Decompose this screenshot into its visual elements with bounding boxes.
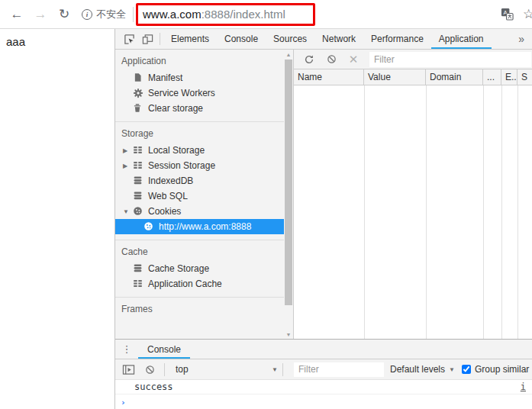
cookies-pane: ✕ NameValueDomain...E...S — [294, 50, 532, 339]
forward-icon: → — [31, 5, 50, 24]
section-title: Frames — [115, 298, 284, 318]
log-levels-dropdown[interactable]: Default levels ▼ — [390, 364, 455, 375]
cookies-toolbar: ✕ — [294, 50, 532, 69]
device-toolbar-icon[interactable] — [138, 29, 156, 49]
cookie-icon — [133, 206, 143, 217]
sidebar-item-cache-storage[interactable]: Cache Storage — [115, 261, 284, 276]
sidebar-item-service-workers[interactable]: Service Workers — [115, 85, 284, 101]
security-chip[interactable]: i 不安全 — [82, 8, 126, 21]
scroll-up-icon[interactable]: ▲ — [284, 50, 293, 59]
sidebar-item-label: Application Cache — [148, 279, 222, 289]
tab-console[interactable]: Console — [217, 29, 266, 49]
sidebar-item-manifest[interactable]: Manifest — [115, 70, 284, 85]
toolbar-divider — [282, 363, 283, 376]
sidebar-item-application-cache[interactable]: Application Cache — [115, 276, 284, 291]
back-icon[interactable]: ← — [8, 5, 26, 24]
context-selector[interactable]: top ▼ — [169, 364, 282, 375]
application-panel: ApplicationManifestService WorkersClear … — [115, 50, 532, 339]
clear-cookies-icon[interactable] — [325, 53, 337, 66]
sidebar-item-indexeddb[interactable]: IndexedDB — [115, 173, 284, 188]
tab-sources[interactable]: Sources — [266, 29, 314, 49]
tab-performance[interactable]: Performance — [363, 29, 431, 49]
console-drawer: ⋮ Console — [115, 339, 532, 409]
sidebar-item-label: Manifest — [148, 72, 182, 83]
expanded-arrow-icon[interactable]: ▼ — [123, 208, 133, 215]
scrollbar-thumb[interactable] — [285, 60, 292, 305]
console-toolbar: top ▼ Default levels ▼ Group similar — [115, 359, 532, 380]
cookies-filter-input[interactable] — [369, 52, 531, 67]
info-icon: i — [82, 9, 92, 20]
column-header-s[interactable]: S — [517, 69, 532, 85]
cookies-table-body[interactable] — [294, 85, 532, 339]
sidebar-item-session-storage[interactable]: ▶Session Storage — [115, 158, 284, 173]
cookie-icon — [143, 221, 154, 232]
scroll-down-icon[interactable]: ▼ — [284, 330, 293, 339]
browser-window: ← → ↻ i 不安全 www.a.com:8888/index.html A … — [0, 0, 532, 409]
tab-network[interactable]: Network — [314, 29, 363, 49]
sidebar-item-http-www-a-com-8888[interactable]: http://www.a.com:8888 — [115, 219, 284, 234]
tab-elements[interactable]: Elements — [163, 29, 217, 49]
column-header-e[interactable]: E... — [501, 69, 517, 85]
table-icon — [133, 160, 143, 171]
security-label: 不安全 — [96, 8, 126, 21]
console-message: success i — [115, 380, 532, 395]
log-levels-label: Default levels — [390, 364, 445, 375]
column-divider — [426, 85, 427, 339]
collapsed-arrow-icon[interactable]: ▶ — [123, 163, 133, 169]
delete-selected-icon: ✕ — [347, 53, 360, 66]
tabbar-divider — [160, 33, 160, 45]
refresh-icon[interactable] — [303, 53, 315, 66]
column-header-name[interactable]: Name — [294, 69, 364, 85]
section-title: Cache — [115, 240, 284, 261]
bookmark-star-icon[interactable]: ☆ — [523, 6, 532, 22]
section-cache: CacheCache StorageApplication Cache — [115, 240, 284, 298]
address-bar[interactable]: www.a.com:8888/index.html — [136, 3, 315, 26]
column-divider — [364, 85, 365, 339]
page-text: aaa — [6, 35, 25, 48]
clear-console-icon[interactable] — [143, 363, 156, 375]
overflow-menu-icon[interactable]: ⋮ — [115, 340, 138, 359]
sidebar-item-web-sql[interactable]: Web SQL — [115, 188, 284, 204]
sidebar-item-cookies[interactable]: ▼Cookies — [115, 204, 284, 219]
sidebar-item-local-storage[interactable]: ▶Local Storage — [115, 143, 284, 158]
section-application: ApplicationManifestService WorkersClear … — [115, 50, 284, 122]
tab-application[interactable]: Application — [431, 29, 492, 49]
table-icon — [133, 279, 143, 289]
inspect-element-icon[interactable] — [120, 29, 138, 49]
sidebar-item-clear-storage[interactable]: Clear storage — [115, 101, 284, 116]
group-similar-toggle[interactable]: Group similar — [462, 364, 529, 375]
console-prompt[interactable]: › — [115, 395, 532, 409]
file-icon — [133, 72, 143, 83]
devtools-tabbar: ElementsConsoleSourcesNetworkPerformance… — [115, 29, 532, 50]
devtools-panel: ElementsConsoleSourcesNetworkPerformance… — [114, 29, 532, 409]
translate-icon[interactable]: A — [501, 8, 514, 21]
sidebar-item-label: Clear storage — [148, 103, 203, 114]
section-storage: Storage▶Local Storage▶Session StorageInd… — [115, 122, 284, 240]
section-frames: Frames — [115, 298, 284, 324]
tab-console-drawer[interactable]: Console — [138, 340, 190, 359]
group-similar-label: Group similar — [475, 364, 529, 375]
sidebar-item-label: Session Storage — [148, 160, 215, 171]
chevron-down-icon: ▼ — [449, 366, 455, 373]
more-tabs-icon[interactable]: » — [512, 29, 530, 49]
console-source-link[interactable]: i — [521, 382, 526, 392]
section-title: Storage — [115, 122, 284, 143]
cookies-table-header: NameValueDomain...E...S — [294, 69, 532, 85]
collapsed-arrow-icon[interactable]: ▶ — [123, 147, 133, 154]
column-divider — [517, 85, 518, 339]
reload-icon[interactable]: ↻ — [55, 5, 73, 24]
column-header-value[interactable]: Value — [364, 69, 426, 85]
console-messages: success i › — [115, 380, 532, 409]
sidebar-item-label: Local Storage — [148, 145, 205, 156]
group-similar-checkbox[interactable] — [462, 365, 471, 374]
console-filter-input[interactable] — [294, 362, 384, 377]
column-header-[interactable]: ... — [483, 69, 501, 85]
table-icon — [133, 145, 143, 156]
column-header-domain[interactable]: Domain — [426, 69, 483, 85]
chevron-down-icon: ▼ — [272, 366, 278, 373]
url-host: www.a.com — [143, 8, 202, 21]
sidebar-scrollbar[interactable]: ▲ ▼ — [284, 50, 293, 339]
console-sidebar-toggle-icon[interactable] — [121, 363, 135, 375]
database-icon — [133, 191, 143, 201]
prompt-chevron-icon: › — [121, 398, 126, 407]
